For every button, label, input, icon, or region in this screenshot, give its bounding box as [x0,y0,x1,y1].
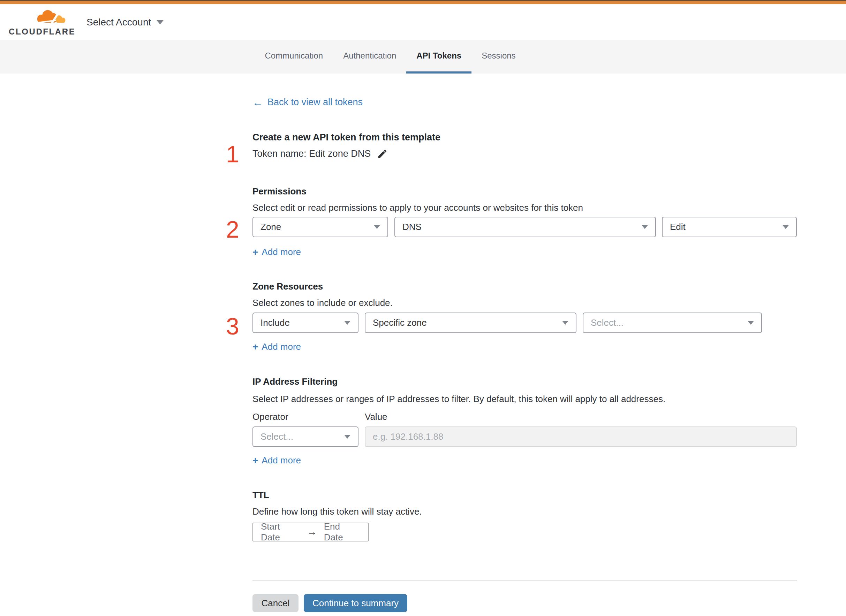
plus-icon: + [253,247,258,257]
back-to-tokens-link[interactable]: ← Back to view all tokens [253,97,363,108]
ip-operator-select[interactable]: Select... [253,427,359,447]
value-label: Value [365,412,387,422]
ttl-date-range-picker[interactable]: Start Date → End Date [253,523,369,541]
account-selector[interactable]: Select Account [87,17,163,28]
account-selector-label: Select Account [87,17,151,28]
tab-group: Communication Authentication API Tokens … [255,40,525,73]
chevron-down-icon [641,225,648,229]
cloudflare-cloud-icon [36,8,66,26]
cancel-button[interactable]: Cancel [253,594,299,612]
permission-access-select[interactable]: Edit [662,217,797,237]
end-date-field: End Date [324,521,360,543]
start-date-field: Start Date [261,521,300,543]
zone-mode-select[interactable]: Include [253,312,359,333]
arrow-right-icon: → [307,527,317,538]
token-name-text: Token name: Edit zone DNS [253,148,371,160]
step-number-1: 1 [221,142,245,166]
back-link-label: Back to view all tokens [268,97,363,108]
permission-scope-select[interactable]: Zone [253,217,388,237]
ip-filtering-add-more-link[interactable]: + Add more [253,456,301,465]
plus-icon: + [253,456,258,465]
main-content: ← Back to view all tokens 1 Create a new… [253,73,797,616]
permission-resource-select[interactable]: DNS [394,217,656,237]
tab-authentication[interactable]: Authentication [333,40,406,73]
chevron-down-icon [344,321,350,325]
zone-type-select[interactable]: Specific zone [365,312,577,333]
tab-sessions[interactable]: Sessions [471,40,525,73]
edit-pencil-icon[interactable] [377,148,388,159]
zone-resources-add-more-link[interactable]: + Add more [253,342,301,352]
token-name-section: 1 Create a new API token from this templ… [253,132,797,160]
ip-filtering-heading: IP Address Filtering [253,377,797,386]
chevron-down-icon [747,321,754,325]
plus-icon: + [253,342,258,352]
tab-api-tokens[interactable]: API Tokens [406,40,471,73]
tab-communication[interactable]: Communication [255,40,333,73]
permissions-description: Select edit or read permissions to apply… [253,203,797,213]
ttl-heading: TTL [253,490,797,500]
chevron-down-icon [157,20,163,24]
zone-resources-heading: Zone Resources [253,282,797,291]
ip-value-input [365,427,797,447]
cloudflare-wordmark: CLOUDFLARE [9,28,67,36]
permissions-section: 2 Permissions Select edit or read permis… [253,186,797,257]
ttl-description: Define how long this token will stay act… [253,507,797,516]
ip-filtering-description: Select IP addresses or ranges of IP addr… [253,395,797,404]
footer-actions: Cancel Continue to summary [253,594,797,616]
chevron-down-icon [783,225,789,229]
zone-picker-select[interactable]: Select... [583,312,762,333]
ip-filtering-section: IP Address Filtering Select IP addresses… [253,377,797,465]
app-header: CLOUDFLARE Select Account [0,4,846,40]
permissions-add-more-link[interactable]: + Add more [253,247,301,257]
permissions-heading: Permissions [253,186,797,196]
chevron-down-icon [374,225,380,229]
tab-bar: Communication Authentication API Tokens … [0,40,846,73]
cloudflare-logo[interactable]: CLOUDFLARE [9,8,67,36]
footer-divider [253,581,797,581]
continue-to-summary-button[interactable]: Continue to summary [304,594,407,612]
top-accent-bar [0,0,846,4]
ttl-section: TTL Define how long this token will stay… [253,490,797,541]
operator-label: Operator [253,412,365,422]
back-arrow-icon: ← [253,97,263,108]
create-token-heading: Create a new API token from this templat… [253,132,797,143]
zone-resources-section: 3 Zone Resources Select zones to include… [253,282,797,352]
step-number-2: 2 [221,217,245,242]
step-number-3: 3 [221,314,245,338]
chevron-down-icon [562,321,568,325]
chevron-down-icon [344,435,350,439]
zone-resources-description: Select zones to include or exclude. [253,298,797,308]
